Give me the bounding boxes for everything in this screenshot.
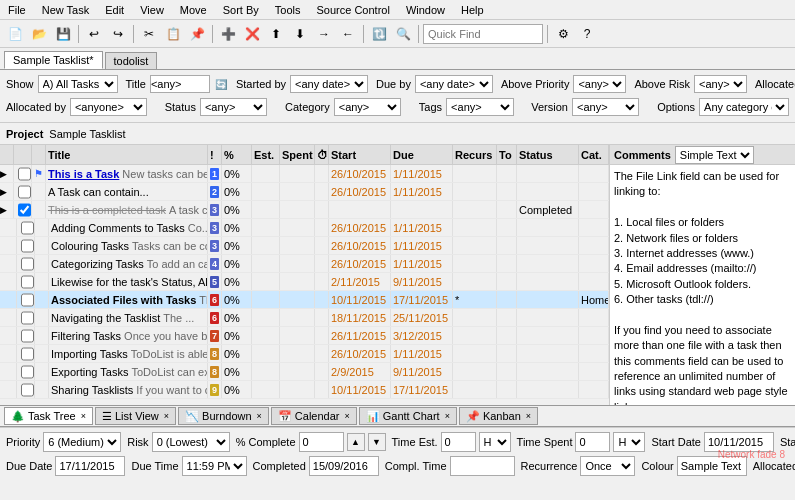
- row-checkbox[interactable]: [17, 381, 35, 398]
- task-row[interactable]: Sharing Tasklists If you want to c... 9 …: [0, 381, 609, 399]
- row-checkbox[interactable]: [17, 327, 35, 344]
- row-expand[interactable]: ▶: [0, 201, 14, 218]
- time-est-input[interactable]: [441, 432, 476, 452]
- col-start-header[interactable]: Start: [329, 145, 391, 164]
- settings-btn[interactable]: ⚙: [552, 23, 574, 45]
- row-checkbox[interactable]: [17, 309, 35, 326]
- btab-list-view-close[interactable]: ×: [164, 411, 169, 421]
- pct-spin-up[interactable]: ▲: [347, 433, 365, 451]
- menu-edit[interactable]: Edit: [101, 3, 128, 17]
- delete-btn[interactable]: ❌: [241, 23, 263, 45]
- copy-btn[interactable]: 📋: [162, 23, 184, 45]
- row-checkbox[interactable]: [14, 165, 32, 182]
- col-clock-header[interactable]: ⏱: [315, 145, 329, 164]
- risk-select[interactable]: 0 (Lowest): [152, 432, 230, 452]
- task-checkbox[interactable]: [21, 347, 34, 361]
- help-btn[interactable]: ?: [576, 23, 598, 45]
- task-row[interactable]: Associated Files with Tasks The w... 6 0…: [0, 291, 609, 309]
- btab-burndown-close[interactable]: ×: [257, 411, 262, 421]
- task-row[interactable]: ▶ This is a completed task A task c... 3…: [0, 201, 609, 219]
- row-expand[interactable]: [0, 363, 17, 380]
- col-spent-header[interactable]: Spent: [280, 145, 315, 164]
- task-checkbox[interactable]: [21, 257, 34, 271]
- row-expand[interactable]: ▶: [0, 183, 14, 200]
- new-task-btn[interactable]: 📄: [4, 23, 26, 45]
- row-expand[interactable]: ▶: [0, 165, 14, 182]
- time-est-unit-select[interactable]: H: [479, 432, 511, 452]
- task-row[interactable]: Importing Tasks ToDoList is able t... 8 …: [0, 345, 609, 363]
- row-expand[interactable]: [0, 237, 17, 254]
- allocated-by-select[interactable]: <anyone>: [70, 98, 147, 116]
- btab-kanban-close[interactable]: ×: [526, 411, 531, 421]
- completed-input[interactable]: [309, 456, 379, 476]
- due-time-select[interactable]: 11:59 PM: [182, 456, 247, 476]
- row-expand[interactable]: [0, 309, 17, 326]
- pct-complete-input[interactable]: [299, 432, 344, 452]
- task-row[interactable]: ▶ ⚑ This is a Task New tasks can be cr..…: [0, 165, 609, 183]
- task-checkbox[interactable]: [21, 383, 34, 397]
- due-by-select[interactable]: <any date>: [415, 75, 493, 93]
- show-select[interactable]: A) All Tasks: [38, 75, 118, 93]
- menu-window[interactable]: Window: [402, 3, 449, 17]
- row-checkbox[interactable]: [17, 363, 35, 380]
- redo-btn[interactable]: ↪: [107, 23, 129, 45]
- task-row[interactable]: Colouring Tasks Tasks can be colo... 3 0…: [0, 237, 609, 255]
- status-select[interactable]: <any>: [200, 98, 268, 116]
- indent-btn[interactable]: →: [313, 23, 335, 45]
- tags-select[interactable]: <any>: [446, 98, 514, 116]
- task-row[interactable]: Adding Comments to Tasks Co... 3 0% 26/1…: [0, 219, 609, 237]
- options-select[interactable]: Any category c...: [699, 98, 789, 116]
- btab-burndown[interactable]: 📉 Burndown ×: [178, 407, 269, 425]
- paste-btn[interactable]: 📌: [186, 23, 208, 45]
- row-expand[interactable]: [0, 255, 17, 272]
- row-expand[interactable]: [0, 345, 17, 362]
- above-risk-select[interactable]: <any>: [694, 75, 747, 93]
- task-checkbox[interactable]: [18, 185, 31, 199]
- col-recurs-header[interactable]: Recurs: [453, 145, 497, 164]
- add-task-btn[interactable]: ➕: [217, 23, 239, 45]
- row-expand[interactable]: [0, 381, 17, 398]
- tab-sample-tasklist[interactable]: Sample Tasklist*: [4, 51, 103, 69]
- task-checkbox[interactable]: [21, 365, 34, 379]
- row-checkbox[interactable]: [14, 183, 32, 200]
- row-expand[interactable]: [0, 291, 17, 308]
- task-row[interactable]: Filtering Tasks Once you have be... 7 0%…: [0, 327, 609, 345]
- btab-kanban[interactable]: 📌 Kanban ×: [459, 407, 538, 425]
- row-checkbox[interactable]: [17, 255, 35, 272]
- task-row[interactable]: Likewise for the task's Status, Al... 5 …: [0, 273, 609, 291]
- col-est-header[interactable]: Est.: [252, 145, 280, 164]
- compl-time-input[interactable]: [450, 456, 515, 476]
- save-btn[interactable]: 💾: [52, 23, 74, 45]
- started-by-select[interactable]: <any date>: [290, 75, 368, 93]
- row-expand[interactable]: [0, 219, 17, 236]
- find-btn[interactable]: 🔍: [392, 23, 414, 45]
- menu-view[interactable]: View: [136, 3, 168, 17]
- above-priority-select[interactable]: <any>: [573, 75, 626, 93]
- category-select[interactable]: <any>: [334, 98, 402, 116]
- outdent-btn[interactable]: ←: [337, 23, 359, 45]
- btab-gantt-chart[interactable]: 📊 Gantt Chart ×: [359, 407, 457, 425]
- move-down-btn[interactable]: ⬇: [289, 23, 311, 45]
- btab-task-tree-close[interactable]: ×: [81, 411, 86, 421]
- row-checkbox[interactable]: [17, 219, 35, 236]
- tab-todolist[interactable]: todolist: [105, 52, 158, 69]
- col-status-header[interactable]: Status: [517, 145, 579, 164]
- menu-tools[interactable]: Tools: [271, 3, 305, 17]
- col-due-header[interactable]: Due: [391, 145, 453, 164]
- cut-btn[interactable]: ✂: [138, 23, 160, 45]
- menu-help[interactable]: Help: [457, 3, 488, 17]
- row-checkbox[interactable]: [14, 201, 32, 218]
- time-spent-unit-select[interactable]: H: [613, 432, 645, 452]
- row-checkbox[interactable]: [17, 237, 35, 254]
- pct-spin-down[interactable]: ▼: [368, 433, 386, 451]
- title-refresh-icon[interactable]: 🔄: [214, 73, 228, 95]
- task-checkbox[interactable]: [21, 221, 34, 235]
- move-up-btn[interactable]: ⬆: [265, 23, 287, 45]
- col-title-header[interactable]: Title: [46, 145, 208, 164]
- recurrence-select[interactable]: Once: [580, 456, 635, 476]
- col-cat-header[interactable]: Cat.: [579, 145, 609, 164]
- due-date-input[interactable]: [55, 456, 125, 476]
- task-checkbox[interactable]: [18, 167, 31, 181]
- task-checkbox[interactable]: [21, 239, 34, 253]
- priority-select[interactable]: 6 (Medium): [43, 432, 121, 452]
